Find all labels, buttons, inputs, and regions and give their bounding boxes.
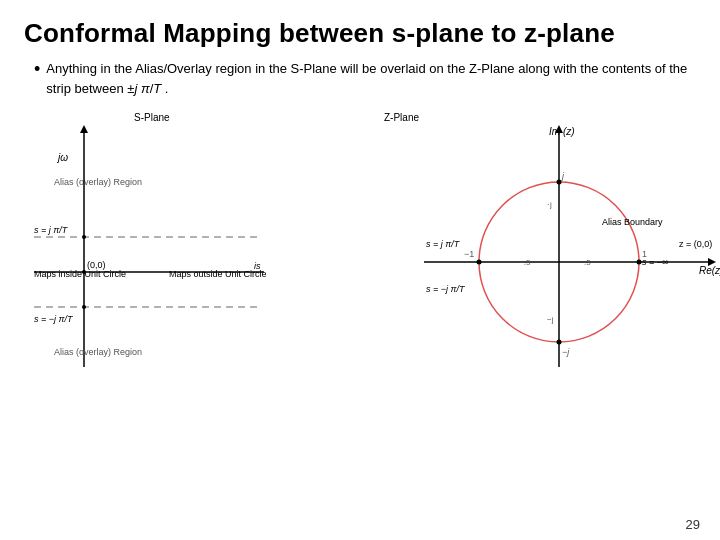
- z-plane-svg: Z-Plane Im (z) Re(z) Alias Boundary s = …: [364, 107, 720, 377]
- z-origin-label: z = (0,0): [679, 239, 712, 249]
- re-axis-label: is: [254, 261, 261, 271]
- dot-label-j1: ⋅j: [547, 200, 552, 209]
- bullet-dot: •: [34, 59, 40, 81]
- dot-center: [82, 270, 86, 274]
- s-plane-label: S-Plane: [134, 112, 170, 123]
- s-left-bottom-label: s = −j π/T: [426, 284, 466, 294]
- bullet-content: Anything in the Alias/Overlay region in …: [46, 59, 696, 99]
- circle-bottom-dot: [557, 340, 562, 345]
- neg-1-label: −1: [464, 249, 474, 259]
- slide-container: Conformal Mapping between s-plane to z-p…: [0, 0, 720, 540]
- page-number: 29: [686, 517, 700, 532]
- bullet-section: • Anything in the Alias/Overlay region i…: [34, 59, 696, 99]
- j-label: j: [561, 171, 565, 181]
- slide-title: Conformal Mapping between s-plane to z-p…: [24, 18, 696, 49]
- jw-axis-arrow: [80, 125, 88, 133]
- jw-label: jω: [56, 152, 68, 163]
- maps-inside-label: Maps inside Unit Circle: [34, 269, 126, 279]
- pos-1-label: 1: [642, 249, 647, 259]
- dot-label-neg: −.5: [519, 258, 531, 267]
- s-bottom-strip: s = −j π/T: [34, 314, 74, 324]
- s-plane-svg: S-Plane jω Alias (overlay) Region s = j …: [24, 107, 364, 377]
- origin-label: (0,0): [87, 260, 106, 270]
- circle-right-dot: [637, 260, 642, 265]
- neg-j-label: −j: [562, 347, 570, 357]
- dot-top: [82, 235, 86, 239]
- z-plane-label: Z-Plane: [384, 112, 419, 123]
- dot-bottom: [82, 305, 86, 309]
- dot-label-negj: −j: [547, 315, 554, 324]
- alias-top-label: Alias (overlay) Region: [54, 177, 142, 187]
- s-left-top-label: s = j π/T: [426, 239, 461, 249]
- maps-outside-label: Maps outside Unit Circle: [169, 269, 267, 279]
- bullet-text: • Anything in the Alias/Overlay region i…: [34, 59, 696, 99]
- circle-left-dot: [477, 260, 482, 265]
- dot-label-pos: .5: [584, 258, 591, 267]
- re-z-label: Re(z): [699, 265, 720, 276]
- diagrams-row: S-Plane jω Alias (overlay) Region s = j …: [24, 107, 696, 377]
- s-plane-container: S-Plane jω Alias (overlay) Region s = j …: [24, 107, 364, 377]
- alias-bottom-label: Alias (overlay) Region: [54, 347, 142, 357]
- alias-boundary-label: Alias Boundary: [602, 217, 663, 227]
- z-plane-container: Z-Plane Im (z) Re(z) Alias Boundary s = …: [364, 107, 720, 377]
- s-top-strip: s = j π/T: [34, 225, 69, 235]
- circle-top-dot: [557, 180, 562, 185]
